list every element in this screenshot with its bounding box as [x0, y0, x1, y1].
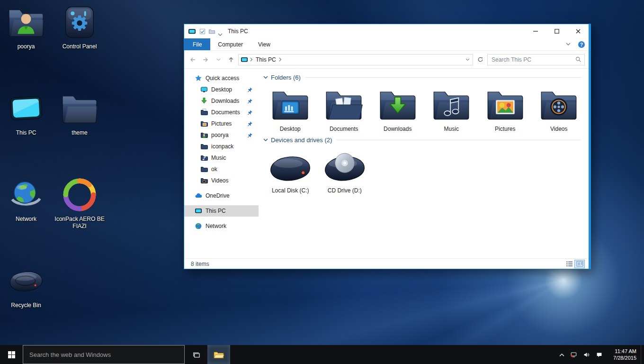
qat-customize-chevron-icon[interactable] — [218, 30, 223, 33]
start-button[interactable] — [0, 345, 23, 364]
group-rule — [305, 77, 581, 78]
back-button[interactable] — [187, 54, 198, 65]
music-mini-icon — [200, 154, 208, 162]
folder-view[interactable]: Folders (6) Desktop Documents Downloads — [259, 69, 589, 258]
folder-icon — [60, 90, 99, 127]
desktop-icon-theme[interactable]: theme — [54, 90, 106, 136]
folder-mini-icon — [200, 165, 208, 173]
tab-view[interactable]: View — [250, 38, 278, 50]
drive-tile-cd[interactable]: CD Drive (D:) — [318, 148, 372, 194]
taskbar-file-explorer-button[interactable] — [207, 345, 230, 364]
pin-icon — [247, 98, 253, 104]
folder-tile-pictures[interactable]: Pictures — [478, 86, 532, 132]
collapse-chevron-icon[interactable] — [263, 76, 268, 79]
sidebar-item-videos[interactable]: Videos — [184, 175, 259, 186]
maximize-button[interactable] — [546, 25, 567, 38]
sidebar-item-label: OneDrive — [206, 192, 230, 199]
sidebar-item-label: Desktop — [211, 86, 232, 93]
tab-file[interactable]: File — [184, 38, 210, 50]
clock-time: 11:47 AM — [615, 348, 636, 355]
breadcrumb-chevron-icon[interactable] — [279, 57, 282, 62]
videos-folder-icon — [538, 86, 579, 124]
tile-label: Documents — [330, 126, 358, 132]
details-view-button[interactable] — [564, 260, 574, 268]
folder-tile-downloads[interactable]: Downloads — [371, 86, 425, 132]
help-icon[interactable]: ? — [574, 38, 589, 50]
sidebar-item-quick-access[interactable]: Quick access — [184, 73, 259, 84]
desktop-icon-network[interactable]: Network — [0, 176, 52, 223]
sidebar-item-network[interactable]: Network — [184, 220, 259, 232]
group-header-devices[interactable]: Devices and drives (2) — [263, 134, 586, 146]
control-panel-icon — [60, 4, 99, 41]
sidebar-item-label: Videos — [211, 177, 228, 184]
qat-properties-icon[interactable] — [199, 28, 206, 35]
tile-label: CD Drive (D:) — [328, 187, 362, 194]
expand-ribbon-chevron-icon[interactable] — [562, 38, 574, 50]
sidebar-item-ok[interactable]: ok — [184, 164, 259, 175]
documents-folder-icon — [323, 86, 364, 124]
folder-tile-documents[interactable]: Documents — [317, 86, 371, 132]
desktop-icon-poorya[interactable]: poorya — [0, 4, 52, 50]
group-header-folders[interactable]: Folders (6) — [263, 72, 586, 83]
close-button[interactable] — [567, 25, 589, 38]
explorer-search-box[interactable] — [487, 54, 585, 65]
action-center-tray-icon[interactable] — [593, 345, 606, 364]
volume-tray-icon[interactable] — [580, 345, 593, 364]
folder-tile-videos[interactable]: Videos — [532, 86, 586, 132]
minimize-button[interactable] — [525, 25, 546, 38]
sidebar-item-documents[interactable]: Documents — [184, 107, 259, 118]
tile-label: Music — [444, 126, 459, 132]
history-chevron-icon[interactable] — [213, 54, 224, 65]
network-tray-icon[interactable] — [567, 345, 580, 364]
sidebar-item-onedrive[interactable]: OneDrive — [184, 190, 259, 201]
drive-tile-local-disk[interactable]: Local Disk (C:) — [263, 148, 318, 194]
breadcrumb-chevron-icon[interactable] — [250, 57, 253, 62]
tab-computer[interactable]: Computer — [210, 38, 250, 50]
task-view-button[interactable] — [185, 345, 207, 364]
sidebar-item-downloads[interactable]: Downloads — [184, 95, 259, 107]
desktop-icon-recycle-bin[interactable]: Recycle Bin — [0, 263, 52, 309]
clock-date: 7/28/2015 — [613, 355, 636, 361]
up-button[interactable] — [225, 54, 237, 65]
address-toolbar: This PC — [184, 51, 589, 69]
show-desktop-button[interactable] — [641, 345, 644, 364]
taskbar-search-box[interactable] — [23, 345, 185, 364]
sidebar-item-iconpack[interactable]: iconpack — [184, 141, 259, 152]
taskbar-clock[interactable]: 11:47 AM 7/28/2015 — [606, 345, 641, 364]
sidebar-item-desktop[interactable]: Desktop — [184, 84, 259, 95]
sidebar-item-poorya[interactable]: poorya — [184, 129, 259, 141]
sidebar-item-pictures[interactable]: Pictures — [184, 118, 259, 129]
search-icon[interactable] — [575, 56, 581, 63]
sidebar-item-label: Downloads — [211, 98, 239, 104]
folder-tile-music[interactable]: Music — [425, 86, 479, 132]
explorer-search-input[interactable] — [491, 56, 575, 64]
pictures-folder-icon — [485, 86, 526, 124]
collapse-chevron-icon[interactable] — [263, 138, 268, 142]
forward-button[interactable] — [200, 54, 211, 65]
sidebar-item-label: iconpack — [211, 143, 233, 150]
qat-new-folder-icon[interactable] — [208, 28, 215, 35]
items-count: 8 items — [191, 261, 209, 267]
sidebar-item-label: Music — [211, 155, 226, 161]
thumbnails-view-button[interactable] — [574, 260, 585, 268]
sidebar-item-music[interactable]: Music — [184, 152, 259, 164]
documents-mini-icon — [200, 109, 208, 116]
desktop-icon-label: Recycle Bin — [0, 302, 52, 309]
folder-tile-desktop[interactable]: Desktop — [263, 86, 317, 132]
desktop-icon-iconpack[interactable]: IconPack AERO BE FIAZI — [54, 176, 106, 230]
title-bar[interactable]: This PC — [184, 24, 589, 38]
sidebar-item-this-pc[interactable]: This PC — [184, 205, 259, 217]
group-title: Folders (6) — [271, 74, 301, 81]
refresh-icon[interactable] — [474, 54, 486, 65]
desktop-icon-this-pc[interactable]: This PC — [0, 90, 52, 136]
taskbar-search-input[interactable] — [23, 351, 184, 359]
quick-access-star-icon — [195, 74, 202, 82]
folder-mini-icon — [200, 143, 208, 150]
desktop-icon-control-panel[interactable]: Control Panel — [54, 4, 106, 50]
onedrive-icon — [195, 192, 202, 200]
tray-expand-chevron-icon[interactable] — [556, 345, 567, 364]
address-bar[interactable]: This PC — [238, 54, 473, 65]
breadcrumb-location[interactable]: This PC — [255, 56, 277, 63]
address-dropdown-chevron-icon[interactable] — [465, 58, 471, 61]
sidebar-item-label: poorya — [211, 132, 229, 138]
